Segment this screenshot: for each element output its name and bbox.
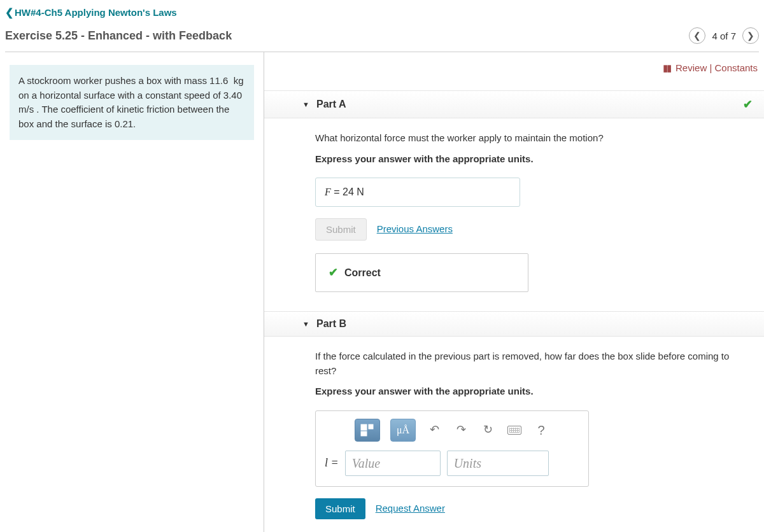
page-title: Exercise 5.25 - Enhanced - with Feedback [5,29,232,43]
part-b-title: Part B [316,318,346,330]
part-b-question: If the force calculated in the previous … [315,349,751,378]
review-links: ▮▮ Review | Constants [663,62,758,73]
caret-down-icon: ▼ [302,320,309,328]
chevron-left-icon: ❮ [5,6,13,18]
variable-label: l = [325,454,339,472]
caret-down-icon: ▼ [302,101,309,108]
constants-link[interactable]: Constants [714,62,758,73]
part-b-header[interactable]: ▼ Part B [264,311,764,337]
part-a-title: Part A [316,99,346,110]
next-exercise-button[interactable]: ❯ [742,27,759,44]
svg-rect-0 [361,424,367,430]
svg-rect-1 [369,424,373,429]
request-answer-link[interactable]: Request Answer [376,501,445,516]
svg-rect-2 [361,431,367,436]
help-icon[interactable]: ? [533,422,549,438]
previous-answers-link[interactable]: Previous Answers [377,222,453,237]
review-link[interactable]: Review [676,62,707,73]
review-icon: ▮▮ [663,62,670,73]
breadcrumb[interactable]: ❮ HW#4-Ch5 Applying Newton's Laws [5,6,759,18]
units-icon[interactable]: μÅ [390,419,416,442]
part-b-instruction: Express your answer with the appropriate… [315,384,751,399]
templates-icon[interactable] [355,419,380,442]
undo-icon[interactable]: ↶ [426,422,442,438]
prev-exercise-button[interactable]: ❮ [689,27,705,44]
exercise-counter: 4 of 7 [712,31,736,41]
redo-icon[interactable]: ↷ [453,422,469,438]
submit-button[interactable]: Submit [315,498,365,519]
answer-input-panel: μÅ ↶ ↷ ↻ ? l = Value Units [315,410,589,487]
breadcrumb-text: HW#4-Ch5 Applying Newton's Laws [15,7,177,18]
submit-button: Submit [315,218,367,241]
check-icon: ✔ [743,97,753,111]
problem-statement: A stockroom worker pushes a box with mas… [10,65,254,140]
part-a-instruction: Express your answer with the appropriate… [315,152,751,167]
reset-icon[interactable]: ↻ [479,422,496,438]
part-a-question: What horizontal force must the worker ap… [315,131,751,146]
feedback-correct: ✔ Correct [315,253,528,292]
keyboard-icon[interactable] [506,422,523,438]
check-icon: ✔ [329,264,338,281]
part-a-answer: F = 24 N [315,178,520,207]
part-a-header[interactable]: ▼ Part A ✔ [264,90,764,118]
units-input[interactable]: Units [447,451,549,476]
value-input[interactable]: Value [345,451,441,476]
